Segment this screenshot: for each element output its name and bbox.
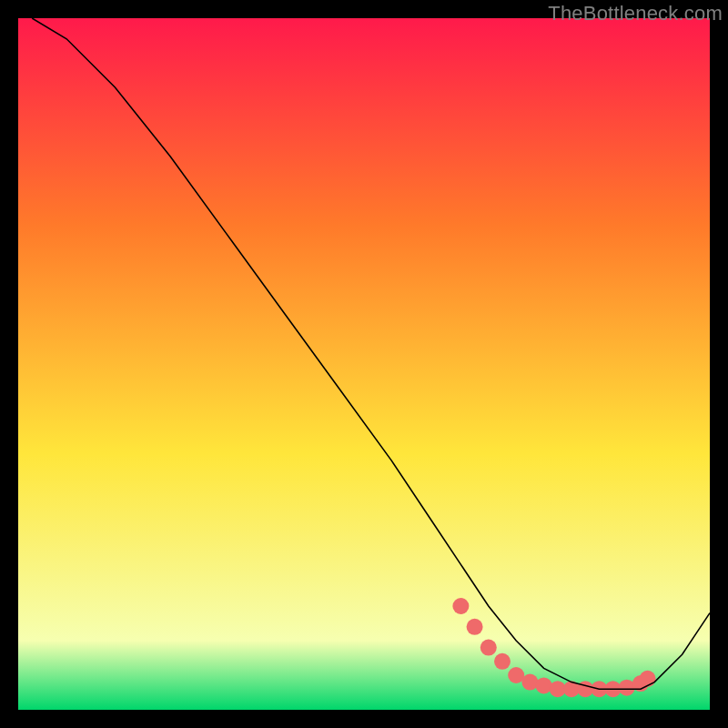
chart-frame: TheBottleneck.com [0, 0, 728, 728]
plot-area [18, 18, 710, 710]
trough-dot [619, 680, 635, 696]
trough-dot [640, 671, 656, 687]
trough-dot [480, 640, 497, 656]
gradient-background [18, 18, 710, 710]
trough-dot [536, 677, 552, 693]
trough-dot [494, 653, 511, 670]
watermark-text: TheBottleneck.com [548, 2, 723, 25]
trough-dot [467, 619, 483, 635]
trough-dot [452, 598, 469, 614]
trough-dot [521, 674, 538, 691]
chart-svg [18, 18, 710, 710]
